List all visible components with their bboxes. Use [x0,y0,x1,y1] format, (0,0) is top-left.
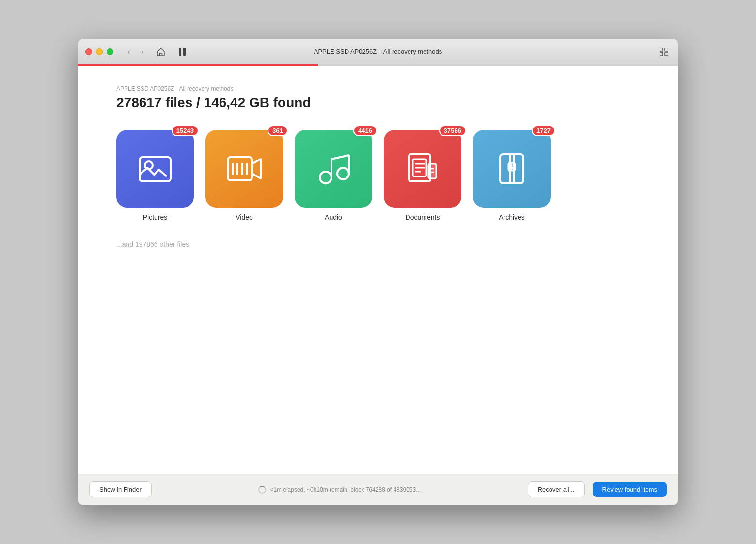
forward-button[interactable]: › [137,46,148,58]
nav-buttons: ‹ › [123,46,148,58]
documents-icon-bg: 37586 [384,130,461,208]
categories-grid: 15243 Pictures 361 Video [116,130,640,221]
pause-button[interactable] [175,45,189,59]
category-video[interactable]: 361 Video [205,130,283,221]
audio-icon-bg: 4416 [295,130,372,208]
breadcrumb: APPLE SSD AP0256Z - All recovery methods [116,85,640,92]
video-badge: 361 [268,125,288,136]
review-found-items-button[interactable]: Review found items [593,482,667,497]
video-icon-bg: 361 [205,130,283,208]
pictures-icon-bg: 15243 [116,130,194,208]
close-button[interactable] [85,48,92,55]
traffic-lights [85,48,113,55]
documents-label: Documents [406,213,440,221]
audio-label: Audio [325,213,342,221]
svg-point-13 [320,172,331,183]
grid-view-button[interactable] [657,45,671,59]
recover-all-button[interactable]: Recover all... [528,481,585,497]
main-content: APPLE SSD AP0256Z - All recovery methods… [78,66,678,474]
category-audio[interactable]: 4416 Audio [295,130,372,221]
video-label: Video [236,213,253,221]
svg-rect-23 [428,164,436,178]
maximize-button[interactable] [107,48,113,55]
svg-rect-5 [665,52,668,56]
category-pictures[interactable]: 15243 Pictures [116,130,194,221]
svg-line-17 [331,155,349,159]
archives-badge: 1727 [532,125,555,136]
svg-rect-0 [179,48,181,56]
pictures-badge: 15243 [172,125,199,136]
status-text: <1m elapsed, ~0h10m remain, block 764288… [270,486,421,493]
archives-label: Archives [499,213,525,221]
loading-spinner [258,486,266,494]
audio-badge: 4416 [353,125,377,136]
svg-rect-4 [660,52,663,56]
svg-rect-2 [660,48,663,51]
app-window: ‹ › APPLE SSD AP0256Z – All recovery met… [78,39,678,505]
titlebar: ‹ › APPLE SSD AP0256Z – All recovery met… [78,39,678,64]
page-title: 278617 files / 146,42 GB found [116,95,640,111]
window-title: APPLE SSD AP0256Z – All recovery methods [314,48,442,55]
other-files-text: ...and 197866 other files [116,240,640,248]
category-archives[interactable]: 1727 Archives [473,130,551,221]
archives-icon-bg: 1727 [473,130,551,208]
home-button[interactable] [154,45,168,59]
category-documents[interactable]: 37586 Documents [384,130,461,221]
svg-rect-8 [228,157,252,180]
svg-point-14 [337,168,349,179]
svg-rect-3 [665,48,668,51]
footer: Show in Finder <1m elapsed, ~0h10m remai… [78,474,678,505]
minimize-button[interactable] [96,48,103,55]
status-area: <1m elapsed, ~0h10m remain, block 764288… [159,486,520,494]
pictures-label: Pictures [143,213,168,221]
svg-rect-1 [183,48,186,56]
show-in-finder-button[interactable]: Show in Finder [89,481,152,497]
back-button[interactable]: ‹ [123,46,135,58]
documents-badge: 37586 [439,125,466,136]
